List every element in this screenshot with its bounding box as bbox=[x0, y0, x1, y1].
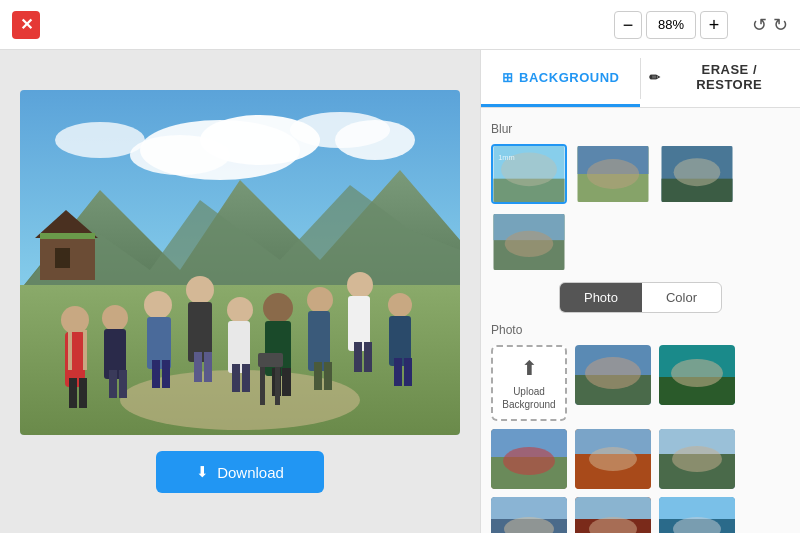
zoom-out-button[interactable]: − bbox=[614, 11, 642, 39]
svg-rect-18 bbox=[83, 330, 87, 370]
photo-thumb-2[interactable] bbox=[659, 345, 735, 405]
layers-icon: ⊞ bbox=[502, 70, 514, 85]
close-icon: ✕ bbox=[20, 15, 33, 34]
undo-button[interactable]: ↺ bbox=[752, 14, 767, 36]
blur-section-label: Blur bbox=[491, 122, 790, 136]
svg-rect-52 bbox=[404, 358, 412, 386]
canvas-area: ⬇ Download bbox=[0, 50, 480, 533]
photo-section-label: Photo bbox=[491, 323, 790, 337]
svg-point-19 bbox=[102, 305, 128, 331]
blur-thumb-2[interactable] bbox=[575, 144, 651, 204]
svg-point-5 bbox=[335, 120, 415, 160]
svg-point-3 bbox=[130, 135, 230, 175]
download-label: Download bbox=[217, 464, 284, 481]
photo-row-2 bbox=[491, 429, 790, 489]
svg-point-23 bbox=[186, 276, 214, 304]
blur-thumb-4[interactable] bbox=[491, 212, 567, 272]
panel-content: Blur 1mm bbox=[481, 108, 800, 533]
photo-thumb-3[interactable] bbox=[491, 429, 567, 489]
svg-rect-41 bbox=[194, 352, 202, 382]
photo-color-toggle: Photo Color bbox=[559, 282, 722, 313]
blur-thumbnails-row1: 1mm bbox=[491, 144, 790, 204]
photo-thumb-5[interactable] bbox=[659, 429, 735, 489]
svg-rect-48 bbox=[324, 362, 332, 390]
svg-rect-72 bbox=[494, 214, 565, 270]
svg-rect-36 bbox=[79, 378, 87, 408]
svg-rect-55 bbox=[258, 353, 283, 367]
plus-icon: + bbox=[709, 16, 720, 34]
tab-bar: ⊞ BACKGROUND ✏ ERASE / RESTORE bbox=[481, 50, 800, 108]
undo-icon: ↺ bbox=[752, 15, 767, 35]
svg-rect-38 bbox=[119, 370, 127, 398]
toggle-color-button[interactable]: Color bbox=[642, 283, 721, 312]
svg-point-21 bbox=[144, 291, 172, 319]
history-group: ↺ ↻ bbox=[752, 14, 788, 36]
toggle-photo-button[interactable]: Photo bbox=[560, 283, 642, 312]
photo-row-3 bbox=[491, 497, 790, 533]
tab-background[interactable]: ⊞ BACKGROUND bbox=[481, 50, 640, 107]
svg-rect-42 bbox=[204, 352, 212, 382]
photo-thumb-8[interactable] bbox=[659, 497, 735, 533]
main-area: ⬇ Download ⊞ BACKGROUND ✏ ERASE / RESTOR… bbox=[0, 50, 800, 533]
redo-button[interactable]: ↻ bbox=[773, 14, 788, 36]
blur-thumb-3[interactable] bbox=[659, 144, 735, 204]
zoom-group: − + bbox=[614, 11, 728, 39]
svg-point-29 bbox=[307, 287, 333, 313]
upload-label: Upload Background bbox=[502, 385, 555, 411]
upload-icon: ⬆ bbox=[521, 355, 538, 381]
svg-point-27 bbox=[263, 293, 293, 323]
svg-rect-17 bbox=[68, 330, 72, 370]
svg-rect-40 bbox=[162, 360, 170, 388]
svg-point-82 bbox=[503, 447, 555, 475]
tab-erase[interactable]: ✏ ERASE / RESTORE bbox=[641, 50, 800, 107]
svg-rect-43 bbox=[232, 364, 240, 392]
svg-rect-64 bbox=[578, 146, 649, 202]
svg-point-25 bbox=[227, 297, 253, 323]
svg-rect-44 bbox=[242, 364, 250, 392]
svg-rect-47 bbox=[314, 362, 322, 390]
svg-rect-46 bbox=[282, 368, 291, 396]
svg-rect-35 bbox=[69, 378, 77, 408]
zoom-in-button[interactable]: + bbox=[700, 11, 728, 39]
redo-icon: ↻ bbox=[773, 15, 788, 35]
svg-point-15 bbox=[61, 306, 89, 334]
tab-erase-label: ERASE / RESTORE bbox=[667, 62, 793, 92]
svg-rect-53 bbox=[260, 365, 265, 405]
svg-rect-100 bbox=[659, 497, 735, 519]
svg-rect-39 bbox=[152, 360, 160, 388]
minus-icon: − bbox=[623, 16, 634, 34]
photo-thumb-1[interactable] bbox=[575, 345, 651, 405]
image-preview bbox=[20, 90, 460, 435]
svg-rect-13 bbox=[55, 248, 70, 268]
download-icon: ⬇ bbox=[196, 463, 209, 481]
blur-thumbnails-row2 bbox=[491, 212, 790, 272]
svg-point-6 bbox=[55, 122, 145, 158]
svg-point-78 bbox=[671, 359, 723, 387]
svg-rect-92 bbox=[491, 497, 567, 519]
svg-rect-60 bbox=[494, 146, 565, 202]
photo-thumb-7[interactable] bbox=[575, 497, 651, 533]
svg-rect-37 bbox=[109, 370, 117, 398]
photo-row-1: ⬆ Upload Background bbox=[491, 345, 790, 421]
photo-thumb-4[interactable] bbox=[575, 429, 651, 489]
svg-point-90 bbox=[672, 446, 722, 472]
toolbar: ✕ − + ↺ ↻ bbox=[0, 0, 800, 50]
svg-rect-14 bbox=[40, 233, 95, 239]
svg-rect-49 bbox=[354, 342, 362, 372]
svg-point-33 bbox=[388, 293, 412, 317]
blur-thumb-1[interactable]: 1mm bbox=[491, 144, 567, 204]
svg-point-31 bbox=[347, 272, 373, 298]
eraser-icon: ✏ bbox=[649, 70, 661, 85]
photo-thumb-6[interactable] bbox=[491, 497, 567, 533]
svg-point-86 bbox=[589, 447, 637, 471]
zoom-input[interactable] bbox=[646, 11, 696, 39]
download-button[interactable]: ⬇ Download bbox=[156, 451, 324, 493]
upload-background-button[interactable]: ⬆ Upload Background bbox=[491, 345, 567, 421]
svg-rect-50 bbox=[364, 342, 372, 372]
close-button[interactable]: ✕ bbox=[12, 11, 40, 39]
svg-rect-51 bbox=[394, 358, 402, 386]
photo-grid: ⬆ Upload Background bbox=[491, 345, 790, 533]
right-panel: ⊞ BACKGROUND ✏ ERASE / RESTORE Blur bbox=[480, 50, 800, 533]
svg-point-75 bbox=[585, 357, 641, 389]
svg-rect-68 bbox=[662, 146, 733, 202]
